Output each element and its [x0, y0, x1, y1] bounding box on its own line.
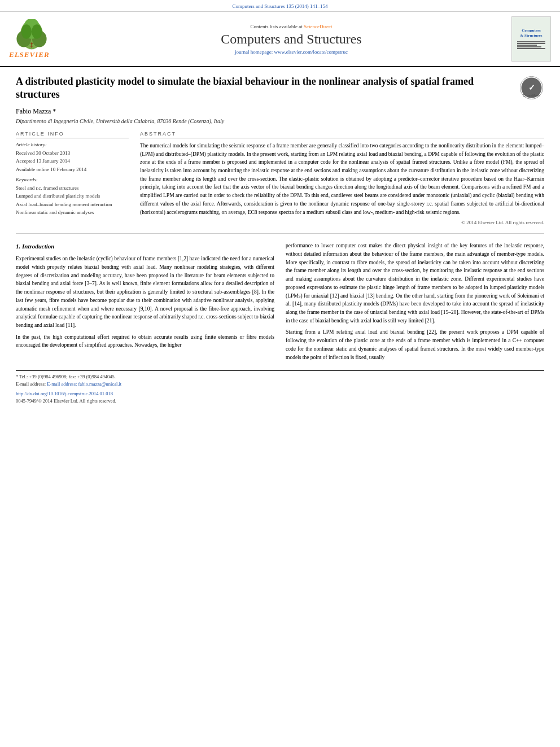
doi-link[interactable]: http://dx.doi.org/10.1016/j.compstruc.20…	[16, 391, 113, 396]
info-abstract-section: ARTICLE INFO Article history: Received 3…	[16, 131, 544, 225]
history-label: Article history:	[16, 142, 129, 147]
received-date: Received 30 October 2013 Accepted 13 Jan…	[16, 149, 129, 173]
copyright-line: © 2014 Elsevier Ltd. All rights reserved…	[140, 220, 544, 225]
svg-point-6	[32, 24, 42, 39]
keywords-label: Keywords:	[16, 177, 129, 182]
email-link[interactable]: E-mail address: fabio.mazza@unical.it	[47, 381, 121, 387]
doi-line: http://dx.doi.org/10.1016/j.compstruc.20…	[16, 390, 544, 397]
elsevier-brand-label: ELSEVIER	[9, 50, 50, 59]
journal-homepage: journal homepage: www.elsevier.com/locat…	[71, 49, 511, 55]
article-info-column: ARTICLE INFO Article history: Received 3…	[16, 131, 129, 225]
footer-notes: * Tel.: +39 (0)984 496908; fax: +39 (0)9…	[16, 370, 544, 404]
sciencedirect-line: Contents lists available at ScienceDirec…	[71, 24, 511, 29]
article-info-heading: ARTICLE INFO	[16, 131, 129, 138]
section1-title: 1. Introduction	[16, 242, 274, 251]
article-title: A distributed plasticity model to simula…	[16, 75, 544, 102]
body-para-1: Experimental studies on the inelastic (c…	[16, 255, 274, 329]
cover-decorative-lines	[517, 41, 545, 50]
body-para-2: In the past, the high computational effo…	[16, 333, 274, 350]
citation-bar: Computers and Structures 135 (2014) 141–…	[0, 0, 560, 12]
journal-title: Computers and Structures	[71, 32, 511, 47]
body-para-4: Starting from a LPM relating axial load …	[286, 328, 544, 361]
body-col-right: performance to lower computer cost makes…	[286, 242, 544, 365]
svg-text:✓: ✓	[528, 84, 535, 92]
svg-point-7	[30, 42, 33, 45]
journal-center: Contents lists available at ScienceDirec…	[71, 24, 511, 55]
footnote-tel: * Tel.: +39 (0)984 496908; fax: +39 (0)9…	[16, 373, 544, 381]
journal-cover-thumbnail: Computers& Structures	[511, 16, 551, 62]
keywords-list: Steel and r.c. framed structures Lumped …	[16, 184, 129, 217]
issn-line: 0045-7949/© 2014 Elsevier Ltd. All right…	[16, 397, 544, 405]
svg-point-5	[21, 24, 32, 39]
crossmark-icon: ✓ CrossMark	[519, 75, 544, 101]
author-affiliation: Dipartimento di Ingegneria Civile, Unive…	[16, 118, 544, 124]
sciencedirect-link-text[interactable]: ScienceDirect	[304, 24, 332, 29]
elsevier-tree-icon	[9, 19, 54, 50]
svg-text:CrossMark: CrossMark	[523, 94, 541, 97]
citation-text: Computers and Structures 135 (2014) 141–…	[232, 3, 327, 9]
cover-title-text: Computers& Structures	[520, 28, 542, 38]
abstract-heading: ABSTRACT	[140, 131, 544, 138]
body-section: 1. Introduction Experimental studies on …	[16, 242, 544, 365]
body-para-3: performance to lower computer cost makes…	[286, 242, 544, 325]
abstract-column: ABSTRACT The numerical models for simula…	[140, 131, 544, 225]
section-divider	[16, 233, 544, 234]
author-name: Fabio Mazza *	[16, 107, 544, 116]
article-content: A distributed plasticity model to simula…	[0, 67, 560, 412]
abstract-text: The numerical models for simulating the …	[140, 142, 544, 216]
elsevier-logo: ELSEVIER	[9, 19, 71, 59]
journal-header: ELSEVIER Contents lists available at Sci…	[0, 12, 560, 67]
footnote-email: E-mail address: E-mail address: fabio.ma…	[16, 381, 544, 388]
body-col-left: 1. Introduction Experimental studies on …	[16, 242, 274, 365]
